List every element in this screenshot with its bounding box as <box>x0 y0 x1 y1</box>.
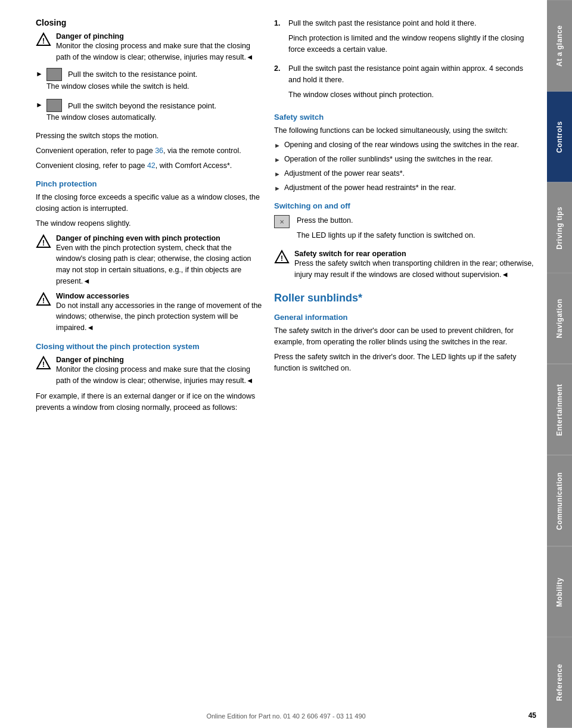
svg-text:!: ! <box>42 37 45 45</box>
warning-text-3: Window accessories Do not install any ac… <box>56 292 262 334</box>
footer-text: Online Edition for Part no. 01 40 2 606 … <box>206 713 365 720</box>
step-content-2: Pull the switch past the resistance poin… <box>288 63 535 104</box>
arrow-icon-1: ► <box>36 70 43 78</box>
bullet1-sub: The window closes while the switch is he… <box>46 81 262 92</box>
warning-box-1: ! Danger of pinching Monitor the closing… <box>36 32 262 63</box>
warning-box-4: ! Danger of pinching Monitor the closing… <box>36 356 262 387</box>
safety-bullet-1: ► Opening and closing of the rear window… <box>274 139 535 151</box>
warning-box-3: ! Window accessories Do not install any … <box>36 292 262 334</box>
svg-text:!: ! <box>42 297 45 305</box>
step-2: 2. Pull the switch past the resistance p… <box>274 63 535 104</box>
svg-text:!: ! <box>42 239 45 247</box>
switching-row: Press the button. The LED lights up if t… <box>274 215 535 245</box>
safety-arrow-1: ► <box>274 141 281 151</box>
main-content: Closing ! Danger of pinching Monitor the… <box>0 0 547 728</box>
main-title: Closing <box>36 18 262 27</box>
warning-triangle-icon-3: ! <box>36 292 51 307</box>
sidebar-label-navigation: Navigation <box>555 299 564 338</box>
sidebar-label-controls: Controls <box>555 121 564 153</box>
page-number: 45 <box>529 711 536 720</box>
sidebar-label-communication: Communication <box>555 472 564 530</box>
bullet-row-1: ► Pull the switch to the resistance poin… <box>36 68 262 96</box>
sidebar-label-driving-tips: Driving tips <box>555 206 564 249</box>
sidebar-tab-at-a-glance[interactable]: At a glance <box>547 0 572 91</box>
switching-title: Switching on and off <box>274 201 535 210</box>
step-content-1: Pull the switch past the resistance poin… <box>288 18 535 58</box>
switching-p1: Press the button. <box>297 215 475 226</box>
step-num-1: 1. <box>274 18 284 58</box>
step-1: 1. Pull the switch past the resistance p… <box>274 18 535 58</box>
warning-text-1: Danger of pinching Monitor the closing p… <box>56 32 262 63</box>
step2-sub: The window closes without pinch protecti… <box>288 89 535 101</box>
sidebar-tab-navigation[interactable]: Navigation <box>547 273 572 364</box>
switch-icon-1 <box>46 68 62 81</box>
warning-body-4: Monitor the closing process and make sur… <box>56 364 262 387</box>
safety-bullet-2: ► Operation of the roller sunblinds* usi… <box>274 154 535 165</box>
pinch-p1: If the closing force exceeds a specific … <box>36 192 262 214</box>
safety-arrow-2: ► <box>274 155 281 165</box>
sidebar-tab-communication[interactable]: Communication <box>547 455 572 546</box>
sidebar-label-at-a-glance: At a glance <box>555 25 564 67</box>
sidebar-label-mobility: Mobility <box>555 577 564 606</box>
safety-title: Safety switch <box>274 113 535 122</box>
left-column: Closing ! Danger of pinching Monitor the… <box>36 18 262 710</box>
right-column: 1. Pull the switch past the resistance p… <box>274 18 535 710</box>
sidebar-tab-driving-tips[interactable]: Driving tips <box>547 182 572 273</box>
bullet2-sub: The window closes automatically. <box>46 112 262 123</box>
safety-bullet-text-4: Adjustment of the power head restraints*… <box>284 182 456 194</box>
warning-body-3: Do not install any accessories in the ra… <box>56 300 262 334</box>
sidebar-label-entertainment: Entertainment <box>555 384 564 435</box>
step1-main: Pull the switch past the resistance poin… <box>288 18 535 29</box>
warning-triangle-icon-1: ! <box>36 32 51 48</box>
warning-title-2: Danger of pinching even with pinch prote… <box>56 234 262 242</box>
safety-arrow-4: ► <box>274 183 281 194</box>
warning-triangle-icon-5: ! <box>274 250 290 265</box>
warning-text-5: Safety switch for rear operation Press t… <box>294 250 535 281</box>
step1-sub: Pinch protection is limited and the wind… <box>288 33 535 55</box>
pinch-p2: The window reopens slightly. <box>36 218 262 229</box>
sidebar-tab-entertainment[interactable]: Entertainment <box>547 364 572 455</box>
general-title: General information <box>274 313 535 322</box>
link-42[interactable]: 42 <box>147 161 156 170</box>
switch-icon-2 <box>46 99 62 112</box>
warning-title-3: Window accessories <box>56 292 262 300</box>
page-container: Closing ! Danger of pinching Monitor the… <box>0 0 572 728</box>
switching-p2: The LED lights up if the safety function… <box>297 230 475 241</box>
sidebar-tab-mobility[interactable]: Mobility <box>547 546 572 637</box>
page-footer: Online Edition for Part no. 01 40 2 606 … <box>0 713 572 720</box>
safety-bullet-3: ► Adjustment of the power rear seats*. <box>274 168 535 179</box>
warning-box-2: ! Danger of pinching even with pinch pro… <box>36 234 262 287</box>
warning-triangle-icon-4: ! <box>36 356 51 371</box>
switching-content: Press the button. The LED lights up if t… <box>297 215 475 245</box>
sidebar: At a glance Controls Driving tips Naviga… <box>547 0 572 728</box>
safety-switch-icon <box>274 215 290 228</box>
pinch-title: Pinch protection <box>36 179 262 188</box>
example-text: For example, if there is an external dan… <box>36 391 262 413</box>
warning-body-2: Even with the pinch protection system, c… <box>56 242 262 287</box>
roller-title: Roller sunblinds* <box>274 292 535 304</box>
safety-bullet-4: ► Adjustment of the power head restraint… <box>274 182 535 194</box>
warning-body-1: Monitor the closing process and make sur… <box>56 41 262 63</box>
bullet1-instruction: Pull the switch to the resistance point. <box>68 70 198 79</box>
warning-title-1: Danger of pinching <box>56 32 262 41</box>
warning-triangle-icon-2: ! <box>36 234 51 250</box>
convenient1-text: Convenient operation, refer to page 36, … <box>36 145 262 157</box>
press-text: Pressing the switch stops the motion. <box>36 130 262 142</box>
link-36[interactable]: 36 <box>155 147 163 155</box>
bullet-content-1: Pull the switch to the resistance point.… <box>46 68 262 96</box>
safety-bullets: ► Opening and closing of the rear window… <box>274 139 535 193</box>
convenient2-text: Convenient closing, refer to page 42, wi… <box>36 160 262 172</box>
bullet2-instruction: Pull the switch beyond the resistance po… <box>68 101 216 110</box>
safety-bullet-text-1: Opening and closing of the rear windows … <box>284 139 519 151</box>
general-p2: Press the safety switch in the driver's … <box>274 351 535 374</box>
safety-bullet-text-3: Adjustment of the power rear seats*. <box>284 168 405 179</box>
bullet-content-2: Pull the switch beyond the resistance po… <box>46 99 262 127</box>
sidebar-tab-controls[interactable]: Controls <box>547 91 572 182</box>
safety-bullet-text-2: Operation of the roller sunblinds* using… <box>284 154 493 165</box>
step-num-2: 2. <box>274 63 284 104</box>
general-p1: The safety switch in the driver's door c… <box>274 325 535 348</box>
numbered-steps: 1. Pull the switch past the resistance p… <box>274 18 535 104</box>
warning-body-5: Press the safety switch when transportin… <box>294 258 535 281</box>
warning-text-4: Danger of pinching Monitor the closing p… <box>56 356 262 387</box>
warning-title-4: Danger of pinching <box>56 356 262 364</box>
